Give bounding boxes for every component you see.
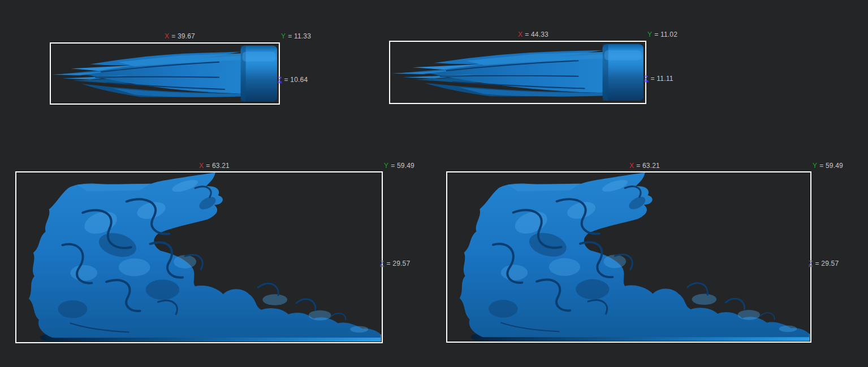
y-value: = 59.49	[391, 162, 414, 170]
viewport-grid: X= 39.67 Y= 11.33 Z= 10.64 X= 44.33 Y= 1…	[0, 0, 868, 367]
x-measurement-bottom-left: X= 63.21	[199, 162, 230, 170]
z-axis-letter: Z	[380, 260, 385, 267]
smoke-cloud-mesh[interactable]	[447, 172, 810, 342]
x-measurement-top-right: X= 44.33	[518, 31, 549, 38]
y-measurement-bottom-left: Y= 59.49	[384, 162, 414, 170]
x-value: = 63.21	[206, 162, 230, 170]
z-measurement-bottom-right: Z= 29.57	[809, 260, 839, 267]
bounding-box-top-right[interactable]	[389, 41, 646, 104]
x-value: = 63.21	[636, 162, 660, 170]
y-axis-letter: Y	[647, 31, 652, 38]
y-axis-letter: Y	[281, 32, 286, 40]
z-measurement-top-left: Z= 10.64	[278, 76, 308, 84]
z-axis-letter: Z	[809, 260, 813, 267]
x-axis-letter: X	[165, 32, 169, 40]
x-measurement-top-left: X= 39.67	[165, 32, 195, 40]
z-measurement-bottom-left: Z= 29.57	[380, 260, 410, 267]
y-measurement-top-right: Y= 11.02	[647, 31, 677, 38]
z-value: = 10.64	[284, 76, 308, 84]
y-axis-letter: Y	[813, 162, 817, 170]
x-axis-letter: X	[629, 162, 634, 170]
spiky-plume-mesh[interactable]	[390, 42, 645, 103]
y-measurement-bottom-right: Y= 59.49	[813, 162, 843, 170]
x-axis-letter: X	[199, 162, 204, 170]
y-measurement-top-left: Y= 11.33	[281, 32, 311, 40]
x-value: = 39.67	[171, 32, 195, 40]
z-value: = 11.11	[651, 75, 673, 83]
z-axis-letter: Z	[278, 76, 282, 84]
z-axis-letter: Z	[644, 75, 649, 83]
x-value: = 44.33	[525, 31, 549, 38]
x-measurement-bottom-right: X= 63.21	[629, 162, 660, 170]
y-value: = 59.49	[819, 162, 843, 170]
y-value: = 11.02	[654, 31, 677, 38]
z-value: = 29.57	[815, 260, 839, 267]
y-value: = 11.33	[288, 32, 311, 40]
y-axis-letter: Y	[384, 162, 388, 170]
bounding-box-bottom-right[interactable]	[446, 171, 811, 343]
spiky-plume-mesh[interactable]	[51, 44, 279, 103]
x-axis-letter: X	[518, 31, 522, 38]
bounding-box-top-left[interactable]	[50, 42, 280, 105]
bounding-box-bottom-left[interactable]	[15, 171, 383, 343]
z-value: = 29.57	[387, 260, 411, 267]
z-measurement-top-right: Z= 11.11	[644, 75, 673, 83]
smoke-cloud-mesh[interactable]	[16, 172, 382, 342]
